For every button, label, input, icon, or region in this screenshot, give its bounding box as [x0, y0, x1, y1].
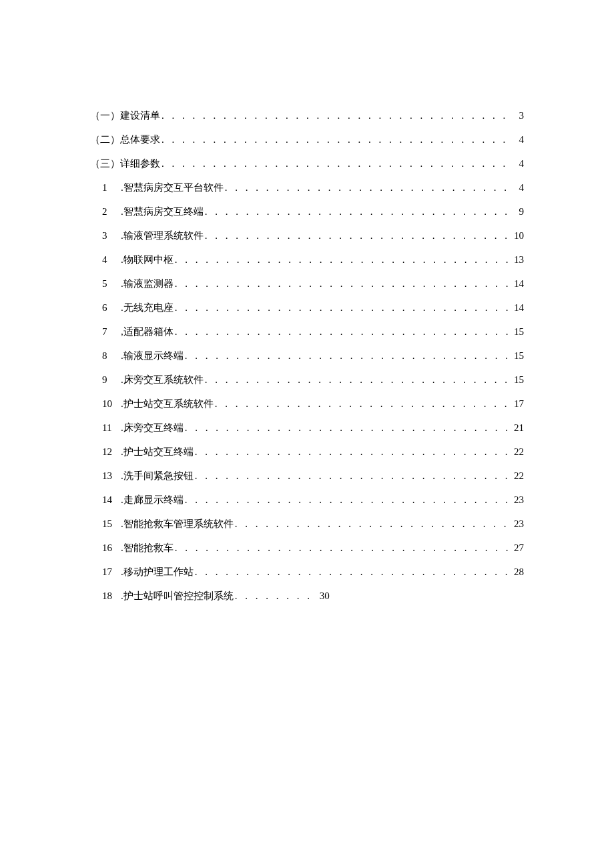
toc-entry: 14 .走廊显示终端 . . . . . . . . . . . . . . .… — [90, 488, 524, 512]
toc-item-number: 18 — [102, 584, 121, 608]
toc-page-number: 17 — [511, 392, 524, 416]
toc-leader-dots: . . . . . . . . . . . . . . . . . . . . … — [175, 320, 509, 344]
toc-title: .智能抢救车管理系统软件 — [121, 512, 234, 536]
toc-title: .输液管理系统软件 — [121, 224, 204, 248]
toc-page-number: 15 — [511, 368, 524, 392]
toc-page-number: 13 — [511, 248, 524, 272]
toc-entry: （二）总体要求 . . . . . . . . . . . . . . . . … — [90, 127, 524, 151]
toc-title: （一）建设清单 — [90, 103, 160, 127]
toc-item-number: 14 — [102, 488, 121, 512]
toc-title: .护士站交互系统软件 — [121, 392, 214, 416]
toc-entry: 5 .输液监测器 . . . . . . . . . . . . . . . .… — [90, 272, 524, 296]
toc-leader-dots: . . . . . . . . . . . . . . . . . . . . … — [162, 151, 509, 175]
toc-item-number: 7 — [102, 320, 121, 344]
toc-item-number: 11 — [102, 416, 121, 440]
toc-page-number: 28 — [511, 560, 524, 584]
toc-title: .输液显示终端 — [121, 344, 184, 368]
toc-entry: 18 .护士站呼叫管控控制系统 . . . . . . . . . . . . … — [90, 584, 524, 608]
toc-leader-dots: . . . . . . . . . . . . . — [235, 584, 315, 608]
toc-title: （三）详细参数 — [90, 151, 160, 175]
toc-page-number: 3 — [511, 103, 524, 127]
toc-page-number: 15 — [511, 320, 524, 344]
toc-title: ,适配器箱体 — [121, 320, 174, 344]
toc-title: .输液监测器 — [121, 272, 174, 296]
toc-item-number: 8 — [102, 344, 121, 368]
toc-title: .无线充电座 — [121, 296, 174, 320]
toc-item-number: 16 — [102, 536, 121, 560]
table-of-contents: （一）建设清单 . . . . . . . . . . . . . . . . … — [90, 103, 524, 608]
toc-entry: 3 .输液管理系统软件 . . . . . . . . . . . . . . … — [90, 224, 524, 248]
toc-item-number: 5 — [102, 272, 121, 296]
toc-title: .护士站交互终端 — [121, 440, 194, 464]
toc-leader-dots: . . . . . . . . . . . . . . . . . . . . … — [162, 127, 509, 151]
toc-leader-dots: . . . . . . . . . . . . . . . . . . . . … — [175, 248, 509, 272]
toc-entry: 10 .护士站交互系统软件 . . . . . . . . . . . . . … — [90, 392, 524, 416]
toc-item-number: 4 — [102, 248, 121, 272]
toc-page-number: 4 — [511, 127, 524, 151]
toc-title: .床旁交互终端 — [121, 416, 184, 440]
toc-leader-dots: . . . . . . . . . . . . . . . . . . . . … — [175, 296, 509, 320]
toc-page-number: 27 — [511, 536, 524, 560]
toc-entry: 6 .无线充电座 . . . . . . . . . . . . . . . .… — [90, 296, 524, 320]
toc-entry: 9 .床旁交互系统软件 . . . . . . . . . . . . . . … — [90, 368, 524, 392]
toc-item-number: 17 — [102, 560, 121, 584]
toc-entry: （三）详细参数 . . . . . . . . . . . . . . . . … — [90, 151, 524, 175]
toc-page-number: 15 — [511, 344, 524, 368]
toc-item-number: 2 — [102, 199, 121, 224]
toc-leader-dots: . . . . . . . . . . . . . . . . . . . . … — [185, 344, 509, 368]
toc-title: .物联网中枢 — [121, 248, 174, 272]
toc-entry: 17 .移动护理工作站 . . . . . . . . . . . . . . … — [90, 560, 524, 584]
toc-page-number: 30 — [316, 584, 330, 608]
toc-item-number: 9 — [102, 368, 121, 392]
toc-leader-dots: . . . . . . . . . . . . . . . . . . . . … — [195, 464, 509, 488]
toc-leader-dots: . . . . . . . . . . . . . . . . . . . . … — [162, 103, 509, 127]
toc-leader-dots: . . . . . . . . . . . . . . . . . . . . … — [185, 488, 509, 512]
toc-item-number: 1 — [102, 175, 121, 199]
toc-leader-dots: . . . . . . . . . . . . . . . . . . . . … — [235, 512, 509, 536]
toc-entry: 8 .输液显示终端 . . . . . . . . . . . . . . . … — [90, 344, 524, 368]
toc-title: .洗手间紧急按钮 — [121, 464, 194, 488]
toc-leader-dots: . . . . . . . . . . . . . . . . . . . . … — [175, 272, 509, 296]
toc-title: .移动护理工作站 — [121, 560, 194, 584]
toc-item-number: 6 — [102, 296, 121, 320]
toc-page-number: 9 — [511, 199, 524, 224]
toc-entry: 13 .洗手间紧急按钮 . . . . . . . . . . . . . . … — [90, 464, 524, 488]
toc-leader-dots: . . . . . . . . . . . . . . . . . . . . … — [185, 416, 509, 440]
toc-title: .智慧病房交互平台软件 — [121, 175, 224, 199]
toc-entry: 1 .智慧病房交互平台软件 . . . . . . . . . . . . . … — [90, 175, 524, 199]
toc-item-number: 15 — [102, 512, 121, 536]
toc-entry: 4 .物联网中枢 . . . . . . . . . . . . . . . .… — [90, 248, 524, 272]
toc-page-number: 14 — [511, 272, 524, 296]
toc-leader-dots: . . . . . . . . . . . . . . . . . . . . … — [175, 536, 509, 560]
toc-leader-dots: . . . . . . . . . . . . . . . . . . . . … — [195, 560, 509, 584]
toc-entry: 11 .床旁交互终端 . . . . . . . . . . . . . . .… — [90, 416, 524, 440]
toc-title: .智慧病房交互终端 — [121, 199, 204, 224]
toc-item-number: 10 — [102, 392, 121, 416]
toc-leader-dots: . . . . . . . . . . . . . . . . . . . . … — [195, 440, 509, 464]
toc-leader-dots: . . . . . . . . . . . . . . . . . . . . … — [205, 199, 509, 224]
toc-item-number: 3 — [102, 224, 121, 248]
toc-entry: 2 .智慧病房交互终端 . . . . . . . . . . . . . . … — [90, 199, 524, 224]
toc-page-number: 22 — [511, 440, 524, 464]
toc-page-number: 14 — [511, 296, 524, 320]
toc-page-number: 4 — [511, 151, 524, 175]
toc-page-number: 23 — [511, 488, 524, 512]
toc-title: .智能抢救车 — [121, 536, 174, 560]
toc-entry: 16 .智能抢救车 . . . . . . . . . . . . . . . … — [90, 536, 524, 560]
toc-title: （二）总体要求 — [90, 127, 160, 151]
toc-entry: （一）建设清单 . . . . . . . . . . . . . . . . … — [90, 103, 524, 127]
toc-leader-dots: . . . . . . . . . . . . . . . . . . . . … — [205, 224, 509, 248]
toc-page-number: 22 — [511, 464, 524, 488]
toc-leader-dots: . . . . . . . . . . . . . . . . . . . . … — [215, 392, 509, 416]
toc-page-number: 23 — [511, 512, 524, 536]
toc-entry: 7 ,适配器箱体 . . . . . . . . . . . . . . . .… — [90, 320, 524, 344]
toc-page-number: 4 — [511, 175, 524, 199]
toc-entry: 12 .护士站交互终端 . . . . . . . . . . . . . . … — [90, 440, 524, 464]
toc-leader-dots: . . . . . . . . . . . . . . . . . . . . … — [225, 175, 509, 199]
toc-title: .床旁交互系统软件 — [121, 368, 204, 392]
toc-item-number: 13 — [102, 464, 121, 488]
toc-item-number: 12 — [102, 440, 121, 464]
toc-title: .护士站呼叫管控控制系统 — [121, 584, 234, 608]
toc-page-number: 10 — [511, 224, 524, 248]
toc-entry: 15 .智能抢救车管理系统软件 . . . . . . . . . . . . … — [90, 512, 524, 536]
